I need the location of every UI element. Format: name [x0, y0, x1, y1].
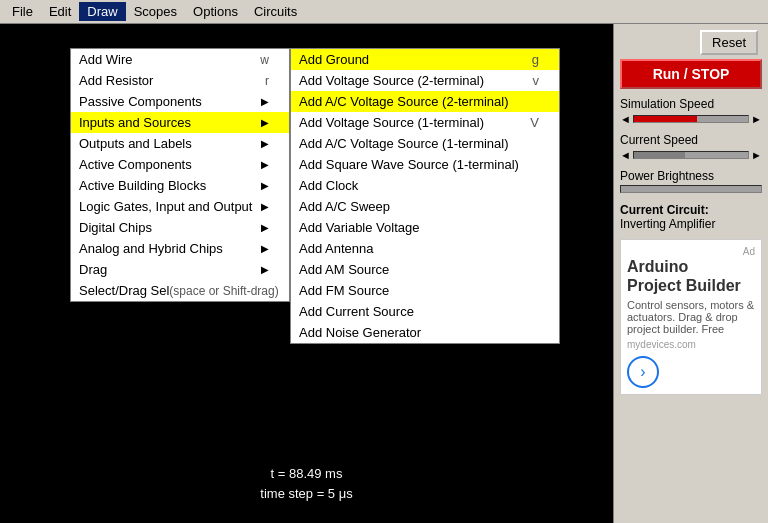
sub-add-ac-voltage-1t[interactable]: Add A/C Voltage Source (1-terminal) — [291, 133, 559, 154]
sub-add-voltage-2t[interactable]: Add Voltage Source (2-terminal) v — [291, 70, 559, 91]
current-speed-section: Current Speed ◄ ► — [620, 133, 762, 161]
reset-button[interactable]: Reset — [700, 30, 758, 55]
current-speed-label: Current Speed — [620, 133, 762, 147]
simulation-speed-track[interactable] — [633, 115, 749, 123]
draw-passive-components[interactable]: Passive Components ▶ — [71, 91, 289, 112]
current-circuit-value: Inverting Amplifier — [620, 217, 715, 231]
simulation-speed-label: Simulation Speed — [620, 97, 762, 111]
sub-add-fm-source[interactable]: Add FM Source — [291, 280, 559, 301]
sim-speed-left-arrow[interactable]: ◄ — [620, 113, 631, 125]
ad-label: Ad — [627, 246, 755, 257]
draw-add-resistor[interactable]: Add Resistor r — [71, 70, 289, 91]
current-speed-slider-row: ◄ ► — [620, 149, 762, 161]
sub-add-ground[interactable]: Add Ground g — [291, 49, 559, 70]
sub-add-antenna[interactable]: Add Antenna — [291, 238, 559, 259]
draw-analog-hybrid-chips[interactable]: Analog and Hybrid Chips ▶ — [71, 238, 289, 259]
current-speed-track[interactable] — [633, 151, 749, 159]
power-brightness-section: Power Brightness — [620, 169, 762, 193]
sub-add-ac-voltage-2t[interactable]: Add A/C Voltage Source (2-terminal) — [291, 91, 559, 112]
sub-add-voltage-1t[interactable]: Add Voltage Source (1-terminal) V — [291, 112, 559, 133]
menubar: File Edit Draw Scopes Options Circuits — [0, 0, 768, 24]
draw-dropdown: Add Wire w Add Resistor r Passive Compon… — [70, 48, 290, 302]
time-value: t = 88.49 ms — [260, 464, 352, 484]
draw-drag[interactable]: Drag ▶ — [71, 259, 289, 280]
power-brightness-slider-row — [620, 185, 762, 193]
draw-digital-chips[interactable]: Digital Chips ▶ — [71, 217, 289, 238]
ad-title: ArduinoProject Builder — [627, 257, 755, 295]
draw-inputs-sources[interactable]: Inputs and Sources ▶ — [71, 112, 289, 133]
current-circuit-section: Current Circuit: Inverting Amplifier — [620, 203, 762, 231]
sub-add-square-wave[interactable]: Add Square Wave Source (1-terminal) — [291, 154, 559, 175]
ad-button[interactable]: › — [627, 356, 659, 388]
cur-speed-left-arrow[interactable]: ◄ — [620, 149, 631, 161]
power-brightness-track[interactable] — [620, 185, 762, 193]
menu-circuits[interactable]: Circuits — [246, 2, 305, 21]
draw-add-wire[interactable]: Add Wire w — [71, 49, 289, 70]
inputs-submenu: Add Ground g Add Voltage Source (2-termi… — [290, 48, 560, 344]
simulation-speed-slider-row: ◄ ► — [620, 113, 762, 125]
draw-select-drag[interactable]: Select/Drag Sel (space or Shift-drag) — [71, 280, 289, 301]
draw-logic-gates[interactable]: Logic Gates, Input and Output ▶ — [71, 196, 289, 217]
menu-scopes[interactable]: Scopes — [126, 2, 185, 21]
cur-speed-right-arrow[interactable]: ► — [751, 149, 762, 161]
right-panel: Reset Run / STOP Simulation Speed ◄ ► Cu… — [613, 24, 768, 523]
ad-body: Control sensors, motors & actuators. Dra… — [627, 299, 755, 335]
draw-active-building-blocks[interactable]: Active Building Blocks ▶ — [71, 175, 289, 196]
time-step: time step = 5 μs — [260, 484, 352, 504]
sub-add-variable-voltage[interactable]: Add Variable Voltage — [291, 217, 559, 238]
ad-domain: mydevices.com — [627, 339, 755, 350]
sub-add-clock[interactable]: Add Clock — [291, 175, 559, 196]
draw-outputs-labels[interactable]: Outputs and Labels ▶ — [71, 133, 289, 154]
menu-edit[interactable]: Edit — [41, 2, 79, 21]
menu-file[interactable]: File — [4, 2, 41, 21]
current-circuit-label: Current Circuit: — [620, 203, 709, 217]
draw-active-components[interactable]: Active Components ▶ — [71, 154, 289, 175]
ad-box: Ad ArduinoProject Builder Control sensor… — [620, 239, 762, 395]
time-display: t = 88.49 ms time step = 5 μs — [260, 464, 352, 503]
sub-add-current-source[interactable]: Add Current Source — [291, 301, 559, 322]
current-speed-fill — [634, 152, 685, 158]
sim-speed-right-arrow[interactable]: ► — [751, 113, 762, 125]
sub-add-am-source[interactable]: Add AM Source — [291, 259, 559, 280]
simulation-speed-fill — [634, 116, 697, 122]
menu-draw[interactable]: Draw — [79, 2, 125, 21]
simulation-speed-section: Simulation Speed ◄ ► — [620, 97, 762, 125]
menu-options[interactable]: Options — [185, 2, 246, 21]
main-area: t = 88.49 ms time step = 5 μs Reset Run … — [0, 24, 768, 523]
run-stop-button[interactable]: Run / STOP — [620, 59, 762, 89]
sub-add-noise-generator[interactable]: Add Noise Generator — [291, 322, 559, 343]
sub-add-ac-sweep[interactable]: Add A/C Sweep — [291, 196, 559, 217]
power-brightness-label: Power Brightness — [620, 169, 762, 183]
